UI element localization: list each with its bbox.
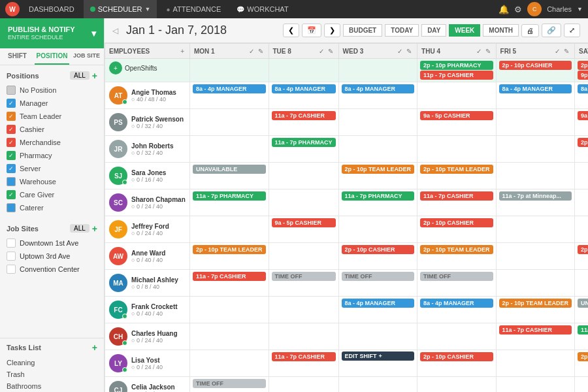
position-server[interactable]: ✓ Server — [0, 162, 104, 175]
open-thu-pharmacy[interactable]: 2p - 10p PHARMACY — [420, 61, 493, 70]
add-job-site-button[interactable]: + — [92, 223, 97, 234]
task-bathrooms[interactable]: Bathrooms — [0, 380, 104, 392]
job-site-downtown[interactable]: Downtown 1st Ave — [0, 237, 104, 250]
angie-fri-shift[interactable]: 8a - 4p MANAGER — [499, 84, 572, 93]
frank-thu-shift[interactable]: 8a - 4p MANAGER — [420, 299, 493, 308]
patrick-sat-shift[interactable]: 9a - 5p CASHIER — [578, 111, 588, 120]
tab-shift[interactable]: SHIFT — [0, 48, 35, 65]
task-trash[interactable]: Trash — [0, 368, 104, 380]
lisa-tue-shift[interactable]: 11a - 7p CASHIER — [272, 352, 336, 361]
sharon-fri-shift[interactable]: 11a - 7p at Minneap... — [499, 191, 572, 201]
position-manager[interactable]: ✓ Manager — [0, 97, 104, 110]
task-cleaning[interactable]: Cleaning — [0, 357, 104, 368]
open-thu-cashier[interactable]: 11p - 7p CASHIER — [420, 71, 493, 80]
add-position-button[interactable]: + — [92, 71, 97, 81]
day-button[interactable]: DAY — [421, 24, 446, 37]
frank-sat-shift[interactable]: UNAVAILABLE — [578, 299, 588, 308]
tue-edit-button[interactable]: ✎ — [327, 48, 335, 55]
add-task-button[interactable]: + — [92, 342, 97, 353]
minimize-icon[interactable]: ◁ — [112, 26, 118, 35]
john-tue-shift[interactable]: 11a - 7p PHARMACY — [272, 138, 336, 147]
nav-workchat[interactable]: 💬 WORKCHAT — [230, 0, 295, 18]
frank-fri-shift[interactable]: 2p - 10p TEAM LEADER — [499, 299, 572, 308]
thu-edit-button[interactable]: ✎ — [484, 48, 492, 55]
position-caterer[interactable]: Caterer — [0, 201, 104, 214]
frank-wed-shift[interactable]: 8a - 4p MANAGER — [342, 299, 415, 308]
cashier-checkbox[interactable]: ✓ — [7, 125, 16, 134]
tue-check-button[interactable]: ✓ — [318, 48, 325, 55]
team-leader-checkbox[interactable]: ✓ — [7, 112, 16, 121]
fri-check-button[interactable]: ✓ — [553, 48, 561, 55]
open-sat-cashier1[interactable]: 2p - 10p CASHIER 1 — [578, 61, 588, 70]
job-sites-all-button[interactable]: ALL — [70, 224, 90, 233]
tab-job-site[interactable]: JOB SITE — [69, 48, 104, 65]
sara-mon-shift[interactable]: UNAVAILABLE — [193, 165, 266, 174]
lisa-thu-shift[interactable]: 2p - 10p CASHIER — [420, 352, 493, 361]
merchandise-checkbox[interactable]: ✓ — [7, 138, 16, 147]
manager-checkbox[interactable]: ✓ — [7, 99, 16, 108]
print-button[interactable]: 🖨 — [521, 24, 539, 37]
position-team-leader[interactable]: ✓ Team Leader — [0, 110, 104, 123]
sharon-wed-shift[interactable]: 11a - 7p PHARMACY — [342, 191, 415, 201]
angie-sat-shift[interactable]: 8a - 4p MANAGER — [578, 84, 588, 93]
today-button[interactable]: TODAY — [385, 24, 419, 37]
prev-button[interactable]: ❮ — [283, 24, 299, 37]
angie-wed-shift[interactable]: 8a - 4p MANAGER — [342, 84, 415, 93]
care-giver-checkbox[interactable]: ✓ — [7, 190, 16, 199]
pharmacy-checkbox[interactable]: ✓ — [7, 151, 16, 160]
position-pharmacy[interactable]: ✓ Pharmacy — [0, 149, 104, 162]
nav-attendance[interactable]: ● ATTENDANCE — [159, 0, 227, 18]
lisa-wed-edit-shift[interactable]: EDIT SHIFT + — [342, 351, 415, 361]
no-position-checkbox[interactable] — [7, 86, 16, 95]
month-button[interactable]: MONTH — [483, 24, 519, 37]
anne-mon-shift[interactable]: 2p - 10p TEAM LEADER — [193, 245, 266, 254]
celia-mon-shift[interactable]: TIME OFF — [193, 379, 266, 388]
charles-h-sat-shift[interactable]: 11a - 7p PHARMACY — [578, 325, 588, 335]
angie-mon-shift[interactable]: 8a - 4p MANAGER — [193, 84, 266, 93]
lisa-sat-shift[interactable]: 2p - 10p TEAM LEADER — [578, 352, 588, 361]
sharon-thu-shift[interactable]: 11a - 7p CASHIER — [420, 191, 493, 201]
budget-button[interactable]: BUDGET — [343, 24, 382, 37]
anne-wed-shift[interactable]: 2p - 10p CASHIER — [342, 245, 415, 254]
position-warehouse[interactable]: Warehouse — [0, 175, 104, 188]
charles-h-fri-shift[interactable]: 11a - 7p CASHIER — [499, 325, 572, 335]
sara-wed-shift[interactable]: 2p - 10p TEAM LEADER — [342, 165, 415, 174]
nav-scheduler[interactable]: SCHEDULER ▼ — [84, 0, 157, 18]
wed-edit-button[interactable]: ✎ — [405, 48, 413, 55]
user-chevron[interactable]: ▼ — [577, 6, 583, 12]
link-button[interactable]: 🔗 — [542, 24, 561, 37]
warehouse-checkbox[interactable] — [7, 177, 16, 186]
michael-mon-shift[interactable]: 11a - 7p CASHIER — [193, 272, 266, 281]
position-no-position[interactable]: No Position — [0, 84, 104, 97]
user-name[interactable]: Charles — [547, 5, 572, 13]
job-site-uptown[interactable]: Uptown 3rd Ave — [0, 250, 104, 263]
tab-position[interactable]: POSITION — [35, 48, 69, 65]
add-employee-button[interactable]: + — [179, 48, 186, 55]
mon-edit-button[interactable]: ✎ — [257, 48, 265, 55]
bell-icon[interactable]: 🔔 — [498, 5, 509, 14]
open-fri-cashier[interactable]: 2p - 10p CASHIER — [499, 61, 572, 70]
angie-tue-shift[interactable]: 8a - 4p MANAGER — [272, 84, 336, 93]
position-care-giver[interactable]: ✓ Care Giver — [0, 188, 104, 201]
server-checkbox[interactable]: ✓ — [7, 164, 16, 173]
nav-dashboard[interactable]: DASHBOARD — [22, 0, 81, 18]
caterer-checkbox[interactable] — [7, 203, 16, 212]
job-site-convention[interactable]: Convention Center — [0, 263, 104, 276]
patrick-tue-shift[interactable]: 11a - 7p CASHIER — [272, 111, 336, 120]
open-sat-cashier2[interactable]: 9p - 5p CASHIER 2 — [578, 71, 588, 80]
sharon-mon-shift[interactable]: 11a - 7p PHARMACY — [193, 191, 266, 201]
fri-edit-button[interactable]: ✎ — [563, 48, 570, 55]
anne-thu-shift[interactable]: 2p - 10p TEAM LEADER — [420, 245, 493, 254]
michael-wed-shift[interactable]: TIME OFF — [342, 272, 415, 281]
jeffrey-tue-shift[interactable]: 9a - 5p CASHIER — [272, 218, 336, 227]
anne-sat-shift[interactable]: 2p - 10p CASHIER — [578, 245, 588, 254]
gear-icon[interactable]: ⚙ — [514, 5, 522, 14]
calendar-button[interactable]: 📅 — [302, 24, 321, 37]
jeffrey-thu-shift[interactable]: 2p - 10p CASHIER — [420, 218, 493, 227]
mon-check-button[interactable]: ✓ — [248, 48, 255, 55]
position-merchandise[interactable]: ✓ Merchandise — [0, 136, 104, 149]
wed-check-button[interactable]: ✓ — [396, 48, 404, 55]
thu-check-button[interactable]: ✓ — [475, 48, 483, 55]
michael-thu-shift[interactable]: TIME OFF — [420, 272, 493, 281]
michael-tue-shift[interactable]: TIME OFF — [272, 272, 336, 281]
